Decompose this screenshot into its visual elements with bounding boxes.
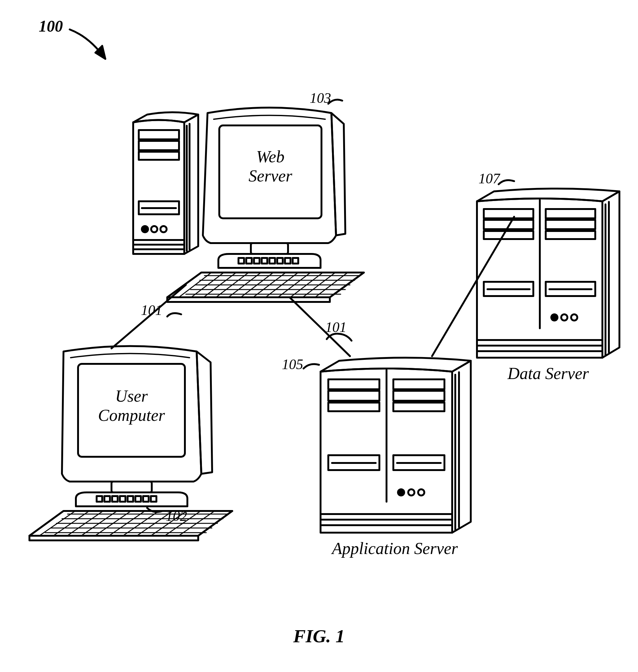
data-server-label: Data Server [492, 364, 604, 383]
svg-point-9 [151, 226, 157, 232]
svg-rect-73 [393, 379, 444, 389]
web-server-ref: 103 [310, 90, 331, 106]
svg-point-100 [561, 314, 567, 320]
svg-rect-71 [328, 391, 380, 401]
user-computer-label: UserComputer [78, 386, 185, 425]
application-server-node [321, 358, 471, 533]
svg-point-8 [142, 226, 148, 232]
svg-rect-46 [104, 496, 110, 502]
figure-title: FIG. 1 [0, 625, 638, 647]
svg-rect-44 [112, 482, 152, 492]
svg-rect-20 [254, 258, 259, 264]
svg-rect-45 [97, 496, 102, 502]
svg-rect-89 [484, 209, 533, 218]
svg-rect-75 [393, 403, 444, 411]
svg-rect-93 [546, 220, 595, 229]
svg-point-10 [161, 226, 167, 232]
link-user-web-ref: 101 [141, 302, 162, 318]
svg-rect-24 [285, 258, 290, 264]
data-server-node [477, 189, 619, 358]
svg-rect-47 [112, 496, 118, 502]
svg-point-99 [551, 314, 557, 320]
svg-rect-92 [546, 209, 595, 218]
svg-rect-21 [262, 258, 267, 264]
application-server-label: Application Server [319, 539, 471, 558]
svg-rect-25 [293, 258, 298, 264]
svg-point-81 [408, 489, 414, 495]
svg-rect-48 [120, 496, 125, 502]
svg-rect-51 [143, 496, 149, 502]
user-computer-ref: 102 [166, 508, 187, 524]
svg-rect-18 [238, 258, 244, 264]
svg-rect-23 [277, 258, 283, 264]
svg-rect-17 [251, 243, 288, 254]
svg-point-82 [418, 489, 424, 495]
svg-line-2 [432, 217, 514, 356]
svg-point-101 [571, 314, 577, 320]
diagram-canvas: { "figure_ref": "100", "nodes": { "web_s… [0, 0, 638, 672]
svg-rect-72 [328, 403, 380, 411]
figure-ref: 100 [39, 17, 63, 35]
application-server-ref: 105 [282, 356, 303, 372]
link-web-app-ref: 101 [325, 319, 347, 335]
svg-rect-50 [135, 496, 141, 502]
svg-rect-70 [328, 379, 380, 389]
svg-rect-5 [139, 152, 179, 160]
svg-rect-19 [246, 258, 252, 264]
user-computer-node [30, 346, 232, 541]
svg-rect-3 [139, 130, 179, 139]
svg-rect-94 [546, 231, 595, 239]
svg-rect-74 [393, 391, 444, 401]
data-server-ref: 107 [479, 170, 500, 187]
svg-rect-91 [484, 231, 533, 239]
svg-rect-22 [269, 258, 275, 264]
web-server-node [133, 108, 364, 302]
web-server-label: WebServer [219, 147, 321, 185]
svg-rect-49 [128, 496, 133, 502]
svg-rect-4 [139, 141, 179, 150]
svg-point-80 [398, 489, 404, 495]
svg-rect-52 [151, 496, 156, 502]
